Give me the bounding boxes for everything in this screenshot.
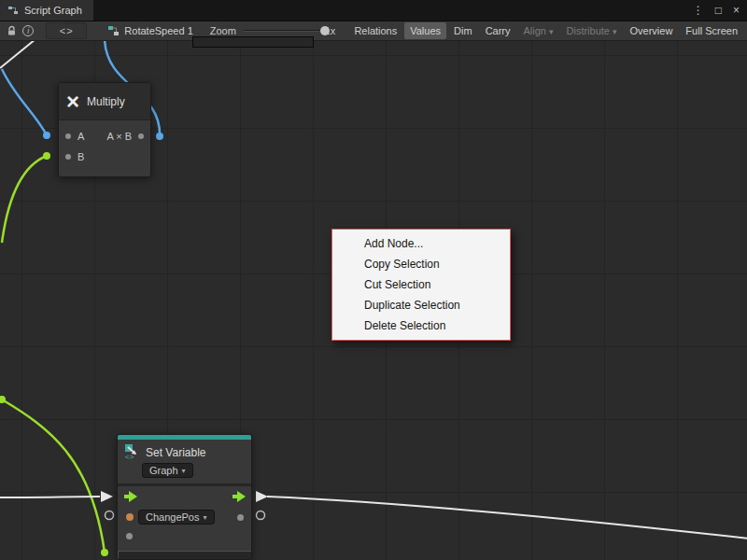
graph-breadcrumb-icon xyxy=(107,25,120,36)
wire-green-bottom xyxy=(2,399,105,553)
toggle-carry[interactable]: Carry xyxy=(480,22,516,39)
window-menu-icon[interactable]: ⋮ xyxy=(693,4,704,17)
port-b-label: B xyxy=(78,151,84,162)
zoom-slider-track xyxy=(244,30,319,32)
port-a-label: A xyxy=(78,131,84,142)
node-divider xyxy=(118,483,251,486)
toggle-relations-label: Relations xyxy=(354,25,397,36)
svg-text:<>: <> xyxy=(125,453,134,460)
input-port-b[interactable] xyxy=(65,154,71,160)
input-port-a[interactable] xyxy=(65,133,71,139)
tab-script-graph[interactable]: Script Graph xyxy=(0,0,93,21)
value-field[interactable] xyxy=(118,551,252,560)
close-icon[interactable]: × xyxy=(733,4,740,17)
script-graph-window: Script Graph ⋮ □ × i <> RotateS xyxy=(0,0,747,560)
green-port-dot xyxy=(0,396,6,403)
variable-scope-label: Graph xyxy=(149,465,178,476)
menu-item-add-node[interactable]: Add Node... xyxy=(332,233,510,254)
graph-toolbar: i <> RotateSpeed 1 Zoom 1x Relations Val… xyxy=(0,21,747,41)
toggle-dim-label: Dim xyxy=(454,25,472,36)
maximize-icon[interactable]: □ xyxy=(715,4,722,17)
overview-label: Overview xyxy=(630,25,673,36)
hollow-port-icon[interactable] xyxy=(106,511,114,520)
multiply-node[interactable]: × Multiply A A × B B xyxy=(58,82,151,177)
multiply-node-title: Multiply xyxy=(87,95,125,108)
align-label: Align xyxy=(524,25,546,36)
fullscreen-button[interactable]: Full Screen xyxy=(680,22,743,39)
titlebar: Script Graph ⋮ □ × xyxy=(0,0,747,21)
set-variable-icon: <> xyxy=(124,443,141,460)
wire-white-topleft xyxy=(0,41,35,68)
toggle-values-label: Values xyxy=(410,25,441,36)
green-port-dot xyxy=(101,549,108,556)
multiply-node-header: × Multiply xyxy=(59,83,150,120)
chevron-down-icon: ▾ xyxy=(549,27,554,36)
toggle-dim[interactable]: Dim xyxy=(448,22,478,39)
tab-title: Script Graph xyxy=(24,5,82,16)
menu-item-copy-selection[interactable]: Copy Selection xyxy=(332,254,510,274)
code-view-button[interactable]: <> xyxy=(46,22,87,39)
info-icon: i xyxy=(22,25,34,36)
graph-canvas[interactable]: × Multiply A A × B B xyxy=(0,41,747,560)
breadcrumb-label: RotateSpeed 1 xyxy=(124,25,192,36)
node-accent-bar xyxy=(118,435,251,440)
window-controls: ⋮ □ × xyxy=(693,0,740,21)
chevron-down-icon: ▾ xyxy=(204,513,207,522)
wire-blue-left xyxy=(2,69,47,135)
lock-button[interactable] xyxy=(4,22,21,39)
flow-out-arrow-icon xyxy=(256,491,268,502)
variable-name-label: ChangePos xyxy=(146,511,200,523)
lock-icon xyxy=(7,25,17,36)
distribute-label: Distribute xyxy=(567,25,610,36)
breadcrumb[interactable]: RotateSpeed 1 xyxy=(107,25,192,36)
output-port-axb[interactable] xyxy=(138,133,144,139)
green-port-dot xyxy=(43,152,50,160)
context-menu: Add Node... Copy Selection Cut Selection… xyxy=(331,229,511,341)
variable-value-port[interactable] xyxy=(126,513,134,521)
code-icon: <> xyxy=(60,25,74,36)
toggle-carry-label: Carry xyxy=(486,25,511,36)
multiply-icon: × xyxy=(66,91,79,113)
flow-in-arrow-icon xyxy=(101,491,113,502)
align-dropdown[interactable]: Align▾ xyxy=(518,22,559,39)
menu-item-delete-selection[interactable]: Delete Selection xyxy=(332,315,510,336)
set-variable-node[interactable]: <> Set Variable Graph ▾ ChangePos ▾ xyxy=(117,434,252,560)
zoom-label: Zoom xyxy=(210,25,236,36)
wire-white-flow-out xyxy=(267,497,747,539)
script-graph-icon xyxy=(7,5,19,16)
set-variable-title: Set Variable xyxy=(146,446,205,459)
multiply-node-body: A A × B B xyxy=(59,120,150,176)
variable-scope-dropdown[interactable]: Graph ▾ xyxy=(142,463,193,478)
zoom-slider[interactable] xyxy=(244,24,319,37)
toggle-values[interactable]: Values xyxy=(404,22,446,39)
blue-port-dot xyxy=(43,132,50,139)
flow-output-port[interactable] xyxy=(233,491,247,502)
chevron-down-icon: ▾ xyxy=(182,467,186,475)
fullscreen-label: Full Screen xyxy=(685,25,738,36)
floating-field-box xyxy=(192,36,314,48)
chevron-down-icon: ▾ xyxy=(613,27,617,36)
flow-input-port[interactable] xyxy=(124,491,139,502)
info-button[interactable]: i xyxy=(21,22,37,39)
output-value-port[interactable] xyxy=(237,514,244,521)
port-out-label: A × B xyxy=(106,131,132,142)
input-value-port[interactable] xyxy=(126,533,133,539)
zoom-slider-handle[interactable] xyxy=(320,26,330,35)
wire-white-flow-in xyxy=(0,497,100,497)
port-row-a: A A × B xyxy=(59,126,150,147)
hollow-port-icon[interactable] xyxy=(257,511,265,520)
overview-button[interactable]: Overview xyxy=(625,22,679,39)
port-row-b: B xyxy=(59,147,150,167)
menu-item-cut-selection[interactable]: Cut Selection xyxy=(332,274,510,295)
wire-green-left xyxy=(2,156,47,243)
menu-item-duplicate-selection[interactable]: Duplicate Selection xyxy=(332,295,510,315)
toggle-relations[interactable]: Relations xyxy=(348,22,402,39)
blue-port-dot xyxy=(156,133,163,140)
variable-name-dropdown[interactable]: ChangePos ▾ xyxy=(138,510,215,525)
distribute-dropdown[interactable]: Distribute▾ xyxy=(561,22,623,39)
